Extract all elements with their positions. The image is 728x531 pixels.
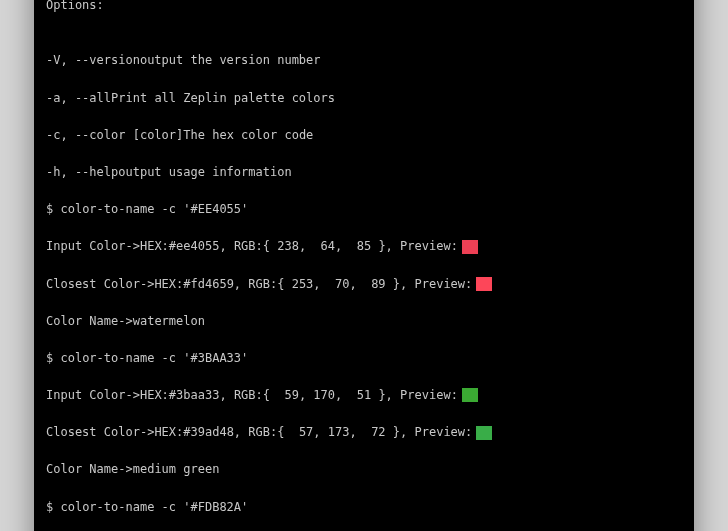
prompt-line: $ color-to-name -c '#FDB82A' xyxy=(46,498,682,517)
color-swatch xyxy=(476,277,492,291)
options-header: Options: xyxy=(46,0,682,14)
color-swatch xyxy=(476,426,492,440)
result-row: Input Color -> HEX: #3baa33, RGB: { 59, … xyxy=(46,386,682,405)
terminal-body[interactable]: $ color-to-name --help Usage: color-to-n… xyxy=(34,0,694,531)
color-swatch xyxy=(462,240,478,254)
option-desc: The hex color code xyxy=(183,126,313,145)
color-name: watermelon xyxy=(133,312,205,331)
command: color-to-name -c '#3BAA33' xyxy=(60,349,248,368)
option-row: -c, --color [color] The hex color code xyxy=(46,126,682,145)
option-flags: -c, --color [color] xyxy=(46,126,183,145)
prompt-line: $ color-to-name -c '#EE4055' xyxy=(46,200,682,219)
result-row: Input Color -> HEX: #ee4055, RGB: { 238,… xyxy=(46,237,682,256)
result-row: Closest Color -> HEX: #fd4659, RGB: { 25… xyxy=(46,275,682,294)
terminal-window: 1. sh $ color-to-name --help Usage: colo… xyxy=(34,0,694,531)
option-desc: Print all Zeplin palette colors xyxy=(111,89,335,108)
prompt: $ xyxy=(46,498,60,517)
color-swatch xyxy=(462,388,478,402)
option-desc: output usage information xyxy=(118,163,291,182)
option-row: -h, --help output usage information xyxy=(46,163,682,182)
result-row: Closest Color -> HEX: #39ad48, RGB: { 57… xyxy=(46,423,682,442)
option-row: -a, --all Print all Zeplin palette color… xyxy=(46,89,682,108)
option-flags: -V, --version xyxy=(46,51,140,70)
command: color-to-name -c '#EE4055' xyxy=(60,200,248,219)
option-flags: -h, --help xyxy=(46,163,118,182)
color-name: medium green xyxy=(133,460,220,479)
result-row: Color Name -> medium green xyxy=(46,460,682,479)
command: color-to-name -c '#FDB82A' xyxy=(60,498,248,517)
result-row: Color Name -> watermelon xyxy=(46,312,682,331)
prompt: $ xyxy=(46,349,60,368)
prompt: $ xyxy=(46,200,60,219)
option-flags: -a, --all xyxy=(46,89,111,108)
prompt-line: $ color-to-name -c '#3BAA33' xyxy=(46,349,682,368)
option-row: -V, --version output the version number xyxy=(46,51,682,70)
option-desc: output the version number xyxy=(140,51,321,70)
